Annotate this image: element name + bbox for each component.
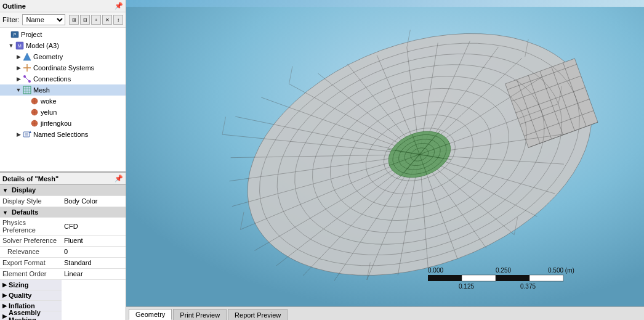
outline-title: Outline: [2, 2, 115, 10]
display-style-row: Display Style Body Color: [0, 195, 126, 207]
solver-row: Solver Preference Fluent: [0, 235, 126, 246]
mesh-label: Mesh: [33, 86, 50, 94]
filter-label: Filter:: [2, 16, 20, 23]
svg-text:0.000: 0.000: [428, 267, 443, 274]
tab-print-preview[interactable]: Print Preview: [173, 309, 227, 320]
viewport[interactable]: 0.000 0.250 0.500 (m) 0.125 0.375 Geomet…: [126, 0, 644, 320]
toolbar-icons: ⊞ ⊟ + ✕ ↕: [69, 15, 123, 25]
svg-rect-105: [462, 275, 496, 281]
tree-item-project[interactable]: P Project: [0, 29, 126, 40]
physics-row: Physics Preference CFD: [0, 217, 126, 235]
project-icon: P: [10, 30, 20, 39]
details-table: ▼ Display Display Style Body Color ▼ Def…: [0, 185, 126, 320]
jinfengkou-expand-icon: [22, 120, 30, 127]
relevance-row: Relevance 0: [0, 246, 126, 257]
relevance-label: Relevance: [0, 246, 62, 257]
svg-rect-10: [23, 86, 31, 94]
yelun-icon: [30, 108, 39, 117]
add-btn[interactable]: +: [91, 15, 101, 25]
details-header: Details of "Mesh" 📌: [0, 173, 126, 185]
jinfengkou-label: jinfengkou: [41, 120, 71, 127]
connections-icon: [22, 75, 32, 83]
sizing-section[interactable]: ▶ Sizing: [0, 279, 126, 290]
jinfengkou-icon: [30, 119, 39, 128]
element-value[interactable]: Linear: [62, 268, 126, 279]
outline-section: Outline 📌 Filter: Name ⊞ ⊟ + ✕ ↕: [0, 0, 126, 172]
solver-value[interactable]: Fluent: [62, 235, 126, 246]
collapse-all-btn[interactable]: ⊟: [80, 15, 90, 25]
project-expand-icon: [2, 31, 10, 38]
mesh-visualization: 0.000 0.250 0.500 (m) 0.125 0.375: [126, 0, 644, 320]
svg-rect-104: [428, 275, 462, 281]
assembly-label: Assembly Meshing: [9, 309, 59, 321]
tree-item-woke[interactable]: woke: [0, 96, 126, 107]
tab-bar: Geometry Print Preview Report Preview: [126, 306, 644, 320]
details-panel: Details of "Mesh" 📌 ▼ Display Display St…: [0, 172, 126, 320]
svg-text:M: M: [18, 44, 22, 48]
expand-all-btn[interactable]: ⊞: [69, 15, 79, 25]
quality-collapse-icon: ▶: [2, 292, 7, 298]
tree-item-geometry[interactable]: ▶ Geometry: [0, 51, 126, 62]
element-row: Element Order Linear: [0, 268, 126, 279]
tree-item-yelun[interactable]: yelun: [0, 107, 126, 118]
svg-marker-4: [23, 53, 31, 60]
filter-select[interactable]: Name: [22, 14, 65, 25]
export-label: Export Format: [0, 257, 62, 268]
display-section-header[interactable]: ▼ Display: [0, 185, 126, 195]
svg-text:0.375: 0.375: [520, 283, 536, 290]
export-row: Export Format Standard: [0, 257, 126, 268]
coord-expand-icon: ▶: [15, 64, 22, 72]
connections-expand-icon: ▶: [15, 75, 22, 83]
relevance-value[interactable]: 0: [62, 246, 126, 257]
quality-label: Quality: [9, 292, 31, 299]
details-pin-icon[interactable]: 📌: [115, 174, 123, 183]
export-value[interactable]: Standard: [62, 257, 126, 268]
geometry-expand-icon: ▶: [15, 53, 22, 60]
display-style-value[interactable]: Body Color: [62, 195, 126, 207]
physics-label: Physics Preference: [0, 217, 62, 235]
defaults-section-label: Defaults: [12, 208, 38, 216]
quality-section[interactable]: ▶ Quality: [0, 290, 126, 301]
physics-value[interactable]: CFD: [62, 217, 126, 235]
woke-expand-icon: [22, 97, 30, 105]
yelun-label: yelun: [41, 109, 57, 116]
svg-line-9: [25, 76, 30, 81]
connections-label: Connections: [33, 75, 71, 83]
outline-pin-icon[interactable]: 📌: [115, 2, 123, 10]
delete-btn[interactable]: ✕: [102, 15, 112, 25]
svg-text:0.125: 0.125: [459, 283, 474, 290]
geometry-icon: [22, 52, 32, 61]
tree-item-named[interactable]: ▶ Named Selections: [0, 129, 126, 140]
inflation-collapse-icon: ▶: [2, 303, 7, 309]
details-title: Details of "Mesh": [2, 175, 115, 183]
tab-report-preview[interactable]: Report Preview: [228, 309, 288, 320]
solver-label: Solver Preference: [0, 235, 62, 246]
svg-text:0.250: 0.250: [496, 267, 511, 274]
sort-btn[interactable]: ↕: [113, 15, 123, 25]
assembly-section[interactable]: ▶ Assembly Meshing: [0, 311, 126, 321]
defaults-collapse-icon: ▼: [2, 210, 8, 216]
woke-icon: [30, 97, 39, 105]
mesh-expand-icon: ▼: [15, 86, 22, 94]
named-label: Named Selections: [33, 131, 88, 138]
coord-label: Coordinate Systems: [33, 64, 94, 72]
filter-row: Filter: Name ⊞ ⊟ + ✕ ↕: [0, 12, 126, 28]
mesh-icon: [22, 86, 32, 94]
tree-item-jinfengkou[interactable]: jinfengkou: [0, 118, 126, 129]
tree-item-mesh[interactable]: ▼ Mesh: [0, 84, 126, 96]
project-label: Project: [21, 31, 42, 38]
outline-header: Outline 📌: [0, 0, 126, 12]
named-expand-icon: ▶: [15, 131, 22, 138]
element-label: Element Order: [0, 268, 62, 279]
model-icon: M: [15, 41, 25, 50]
sizing-label: Sizing: [9, 281, 28, 289]
yelun-expand-icon: [22, 109, 30, 116]
tree-item-connections[interactable]: ▶ Connections: [0, 73, 126, 84]
tab-geometry[interactable]: Geometry: [129, 309, 172, 320]
model-label: Model (A3): [26, 42, 59, 49]
tree-area: P Project ▼ M Model (A3) ▶: [0, 28, 126, 171]
tree-item-model[interactable]: ▼ M Model (A3): [0, 40, 126, 51]
left-panel: Outline 📌 Filter: Name ⊞ ⊟ + ✕ ↕: [0, 0, 126, 320]
tree-item-coord[interactable]: ▶ Coordinate Systems: [0, 62, 126, 73]
defaults-section-header[interactable]: ▼ Defaults: [0, 207, 126, 217]
